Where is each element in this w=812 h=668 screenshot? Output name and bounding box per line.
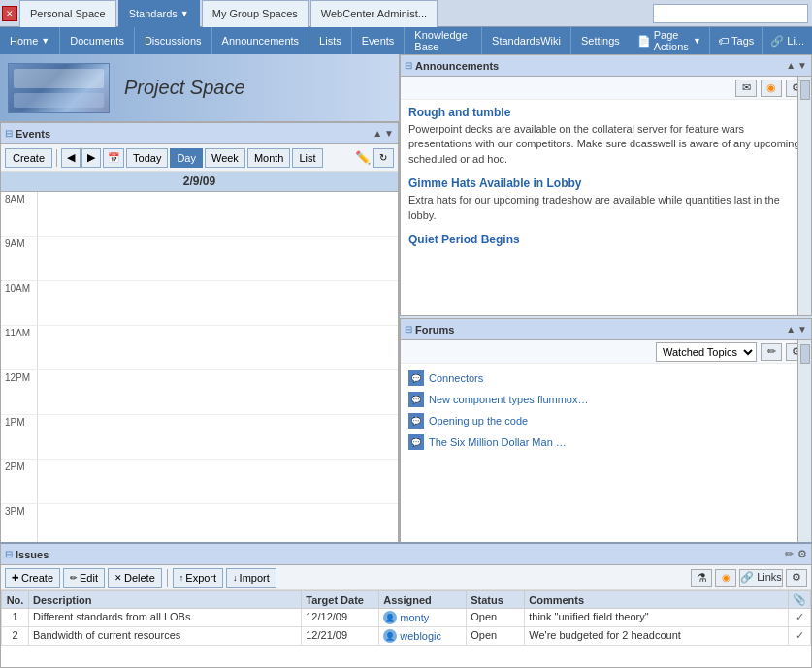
issues-table-container: No. Description Target Date Assigned Sta…	[1, 590, 811, 667]
tab-webcenter-admin[interactable]: WebCenter Administ...	[310, 0, 438, 27]
month-btn[interactable]: Month	[247, 148, 291, 168]
forum-icon-4: 💬	[408, 434, 424, 450]
col-attach: 📎	[789, 591, 811, 609]
issues-delete-btn[interactable]: ✕ Delete	[108, 568, 162, 588]
page-actions-icon: 📄	[637, 35, 651, 48]
forum-link-3[interactable]: Opening up the code	[429, 415, 528, 427]
links-icon: 🔗	[770, 35, 784, 48]
issues-row-2: 2 Bandwidth of current resources 12/21/0…	[2, 627, 811, 646]
announcements-body: Rough and tumble Powerpoint decks are av…	[401, 100, 811, 315]
attach-check-1: ✓	[796, 611, 804, 622]
ann-title-1[interactable]: Rough and tumble	[408, 106, 803, 119]
assigned-monty[interactable]: monty	[400, 612, 429, 623]
col-assigned: Assigned	[379, 591, 467, 609]
week-btn[interactable]: Week	[205, 148, 245, 168]
time-slot-2pm: 2PM	[1, 460, 398, 504]
issues-import-btn[interactable]: ↓ Import	[226, 568, 276, 588]
menu-discussions[interactable]: Discussions	[134, 27, 211, 54]
forums-scroll-down-icon[interactable]: ▼	[797, 324, 807, 334]
create-event-btn[interactable]: Create	[5, 148, 52, 168]
ann-item-1: Rough and tumble Powerpoint decks are av…	[408, 106, 803, 167]
issues-create-icon: ✚	[12, 573, 19, 583]
tab-standards[interactable]: Standards ▼	[118, 0, 200, 27]
events-scroll-down-icon[interactable]: ▼	[384, 128, 394, 139]
issues-edit-btn[interactable]: ✏ Edit	[63, 568, 105, 588]
events-expand-icon[interactable]: ⊟	[5, 128, 13, 139]
col-comments: Comments	[525, 591, 789, 609]
issues-export-btn[interactable]: ↑ Export	[173, 568, 223, 588]
ann-item-2: Gimme Hats Available in Lobby Extra hats…	[408, 176, 803, 223]
forum-item-1: 💬 Connectors	[408, 367, 803, 389]
forum-link-1[interactable]: Connectors	[429, 372, 483, 384]
cal-next-btn[interactable]: ▶	[81, 148, 101, 168]
issues-settings-icon[interactable]: ⚙	[797, 548, 807, 560]
time-slot-10am: 10AM	[1, 281, 398, 326]
forums-filter-select[interactable]: Watched Topics	[656, 342, 757, 362]
issues-delete-icon: ✕	[114, 573, 122, 583]
ann-scroll-indicator[interactable]	[797, 77, 811, 315]
user-icon-weblogic: 👤	[383, 629, 397, 643]
menu-settings[interactable]: Settings	[570, 27, 630, 54]
ann-expand-icon[interactable]: ⊟	[405, 60, 412, 71]
tab-my-group-spaces[interactable]: My Group Spaces	[202, 0, 309, 27]
time-slot-12pm: 12PM	[1, 370, 398, 415]
issues-create-btn[interactable]: ✚ Create	[5, 568, 60, 588]
menu-documents[interactable]: Documents	[59, 27, 134, 54]
ann-compose-icon[interactable]: ✉	[735, 80, 757, 97]
menu-links[interactable]: 🔗 Li...	[762, 27, 812, 54]
forums-panel-title: Forums	[415, 324, 786, 335]
menu-home[interactable]: Home ▼	[0, 27, 59, 54]
issues-rss-icon[interactable]: ◉	[715, 569, 736, 587]
col-target-date: Target Date	[302, 591, 379, 609]
attach-check-2: ✓	[796, 629, 804, 641]
ann-title-2[interactable]: Gimme Hats Available in Lobby	[408, 176, 803, 190]
search-input[interactable]	[653, 4, 808, 23]
menu-announcements[interactable]: Announcements	[211, 27, 309, 54]
refresh-event-icon[interactable]: ↻	[373, 148, 394, 168]
ann-text-2: Extra hats for our upcoming tradeshow ar…	[408, 193, 803, 223]
col-status: Status	[467, 591, 525, 609]
menu-lists[interactable]: Lists	[309, 27, 351, 54]
menu-knowledge-base[interactable]: Knowledge Base	[404, 27, 481, 54]
events-scroll-up-icon[interactable]: ▲	[373, 128, 382, 139]
issues-links-icon[interactable]: 🔗 Links	[739, 569, 783, 587]
ann-scroll-up-icon[interactable]: ▲	[786, 60, 796, 71]
issues-row-1: 1 Different standards from all LOBs 12/1…	[2, 609, 811, 627]
issues-expand-icon[interactable]: ⊟	[5, 549, 13, 559]
forums-expand-icon[interactable]: ⊟	[405, 324, 412, 334]
forums-scroll-up-icon[interactable]: ▲	[786, 324, 796, 334]
issues-panel: ⊟ Issues ✏ ⚙ ✚ Create ✏ Edit ✕ Delete ↑ …	[0, 542, 812, 668]
page-actions-arrow-icon: ▼	[693, 36, 701, 46]
project-logo	[8, 63, 110, 113]
forum-link-2[interactable]: New component types flummox…	[429, 394, 588, 405]
ann-rss-icon[interactable]: ◉	[761, 80, 782, 97]
issues-filter-icon[interactable]: ⚗	[691, 569, 712, 587]
issues-edit-icon[interactable]: ✏	[785, 548, 794, 560]
user-icon-monty: 👤	[383, 611, 397, 624]
menu-tags[interactable]: 🏷 Tags	[709, 27, 762, 54]
assigned-weblogic[interactable]: weblogic	[400, 630, 441, 642]
list-btn[interactable]: List	[292, 148, 322, 168]
cal-icon-btn[interactable]: 📅	[103, 148, 124, 168]
ann-scroll-down-icon[interactable]: ▼	[797, 60, 807, 71]
calendar-date-header: 2/9/09	[1, 172, 398, 192]
menu-page-actions[interactable]: 📄 Page Actions ▼	[630, 27, 709, 54]
tab-personal-space[interactable]: Personal Space	[19, 0, 116, 27]
forums-edit-icon[interactable]: ✏	[761, 343, 782, 361]
issues-settings2-icon[interactable]: ⚙	[786, 569, 807, 587]
edit-event-icon[interactable]: ✏️	[355, 150, 371, 165]
menu-events[interactable]: Events	[351, 27, 405, 54]
standards-dropdown-icon[interactable]: ▼	[180, 9, 189, 18]
menu-standards-wiki[interactable]: StandardsWiki	[481, 27, 570, 54]
forum-link-4[interactable]: The Six Million Dollar Man …	[429, 436, 567, 448]
announcements-panel: ⊟ Announcements ▲ ▼ ✉ ◉ ⚙ Rough and tumb…	[400, 54, 812, 316]
today-btn[interactable]: Today	[126, 148, 168, 168]
cal-prev-btn[interactable]: ◀	[61, 148, 81, 168]
close-btn[interactable]: ✕	[2, 6, 17, 21]
time-slot-8am: 8AM	[1, 192, 398, 237]
forum-icon-2: 💬	[408, 392, 424, 407]
day-btn[interactable]: Day	[170, 148, 203, 168]
col-no: No.	[2, 591, 29, 609]
ann-title-3[interactable]: Quiet Period Begins	[408, 233, 803, 246]
issues-edit-pencil-icon: ✏	[70, 573, 78, 583]
